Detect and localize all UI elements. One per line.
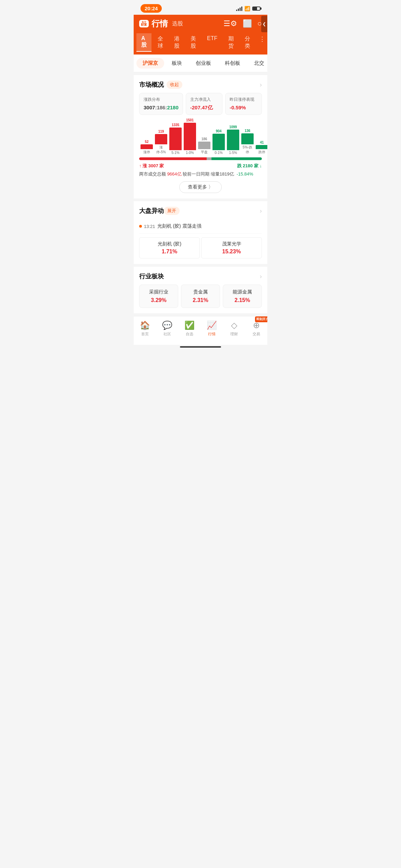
nav-community[interactable]: 💬 社区 [156,319,178,338]
market-overview-arrow[interactable]: › [260,81,262,88]
nav-trade[interactable]: 即刻开户 ⊕ 交易 [245,319,267,338]
board-time: 13:21 [144,224,155,229]
view-more-button[interactable]: 查看更多 〉 [179,181,222,193]
flow-card: 主力净流入 -207.47亿 [186,93,222,115]
board-dot [139,225,142,228]
subtab-chuangye[interactable]: 创业板 [190,58,217,69]
stock-pct-2: 15.23% [222,249,241,255]
big-board-header: 大盘异动 展开 › [139,207,262,215]
home-icon: 🏠 [140,321,150,330]
limit-up-card: 昨日涨停表现 -0.59% [225,93,262,115]
progress-flat [207,157,211,160]
flow-value: -207.47亿 [190,105,218,111]
industry-pct-2: 2.31% [193,297,208,303]
industry-section: 行业板块 › 采掘行业 3.29% 贵金属 2.31% 能源金属 2.15% [134,267,267,313]
header-subtitle: 选股 [172,20,183,27]
tab-a-stock[interactable]: A股 [136,33,151,52]
stock-item-1[interactable]: 光刻机 (胶) 1.71% [139,237,200,258]
nav-home-label: 首页 [141,331,149,337]
bar-limit-up: 52 涨停 [141,140,153,155]
wifi-icon: 📶 [244,6,250,11]
expand-badge[interactable]: 展开 [164,207,180,215]
market-summary: ↑ 涨 3007 家 跌 2180 家 ↓ [139,163,262,169]
subtab-hushen[interactable]: 沪深京 [136,58,164,69]
dist-flat-count: 186 [157,105,165,110]
industry-item-2[interactable]: 贵金属 2.31% [181,285,220,308]
stock-name-1: 光刻机 (胶) [158,241,181,247]
flow-label: 主力净流入 [190,97,218,103]
header: 东方 财富 行情 选股 ☰⚙ ⬜ ○ [134,15,267,33]
tab-category[interactable]: 分类 [240,33,255,52]
tab-hk-stock[interactable]: 港股 [169,33,184,52]
settings-icon[interactable]: ☰⚙ [223,19,237,28]
industry-pct-1: 3.29% [151,297,166,303]
industry-header: 行业板块 › [139,272,262,280]
battery-icon [252,7,260,11]
volume-label: 两市成交总额 [139,171,167,177]
side-tab[interactable]: ❮ [261,16,267,32]
share-icon[interactable]: ⬜ [243,19,252,28]
stock-name-2: 茂莱光学 [222,241,241,247]
distribution-value: 3007:186:2180 [144,105,179,110]
subtab-sector[interactable]: 板块 [166,58,188,69]
bar-chart: 52 涨停 119 涨停-5% 1335 5-1% 1501 1-0% 186 … [139,120,262,155]
big-board-header-left: 大盘异动 展开 [139,207,180,215]
bar-down5: 136 5%-跌停 [241,129,254,155]
bar-up1: 1335 5-1% [169,123,182,155]
industry-row: 采掘行业 3.29% 贵金属 2.31% 能源金属 2.15% [139,285,262,308]
nav-tab-more-icon[interactable]: ⋮ [256,33,267,52]
limit-up-label: 昨日涨停表现 [230,97,257,103]
distribution-label: 涨跌分布 [144,97,179,103]
tab-global[interactable]: 全球 [153,33,168,52]
stock-pct-1: 1.71% [162,249,177,255]
status-time: 20:24 [141,4,162,13]
nav-market-label: 行情 [208,331,216,337]
compare-label: 较前一日同期 缩量1819亿 [183,171,234,177]
logo: 东方 财富 [139,20,149,27]
board-item: 13:21 光刻机 (胶) 震荡走强 [139,219,262,234]
volume-row: 两市成交总额 9664亿 较前一日同期 缩量1819亿 -15.84% [139,171,262,177]
nav-watchlist[interactable]: ✅ 自选 [178,319,200,338]
nav-tabs: A股 全球 港股 美股 ETF 期货 分类 ⋮ [134,33,267,55]
volume-value: 9664亿 [167,171,182,177]
summary-up: ↑ 涨 3007 家 [139,163,164,169]
nav-finance[interactable]: ◇ 理财 [223,319,245,338]
market-overview-header-left: 市场概况 收起 [139,81,182,89]
subtab-north[interactable]: 北交 [248,58,267,69]
bar-down15: 1099 1-5% [227,125,239,155]
industry-item-3[interactable]: 能源金属 2.15% [223,285,262,308]
dist-down-count: 2180 [167,105,178,110]
subtab-kechuang[interactable]: 科创板 [219,58,246,69]
big-board-title: 大盘异动 [139,207,164,215]
market-overview-header: 市场概况 收起 › [139,81,262,89]
industry-item-1[interactable]: 采掘行业 3.29% [139,285,178,308]
bar-down01: 904 0-1% [212,129,225,155]
finance-icon: ◇ [231,321,237,330]
stock-item-2[interactable]: 茂莱光学 15.23% [201,237,262,258]
collapse-badge[interactable]: 收起 [167,81,182,89]
nav-market[interactable]: 📈 行情 [200,319,223,338]
community-icon: 💬 [162,321,172,330]
industry-name-2: 贵金属 [193,289,208,295]
dist-up-count: 3007 [144,105,155,110]
industry-arrow[interactable]: › [260,273,262,280]
view-more-container: 查看更多 〉 [139,181,262,193]
bottom-nav: 🏠 首页 💬 社区 ✅ 自选 📈 行情 ◇ 理财 即刻开户 ⊕ 交易 [134,316,267,345]
home-indicator [180,346,221,348]
big-board-arrow[interactable]: › [260,207,262,215]
tab-etf[interactable]: ETF [202,33,222,52]
status-icons: 📶 [236,6,260,11]
industry-pct-3: 2.15% [234,297,250,303]
tab-futures[interactable]: 期货 [223,33,239,52]
bar-flat: 186 平盘 [198,137,210,155]
progress-up [139,157,207,160]
industry-name-1: 采掘行业 [149,289,168,295]
big-board-section: 大盘异动 展开 › 13:21 光刻机 (胶) 震荡走强 光刻机 (胶) 1.7… [134,201,267,264]
nav-home[interactable]: 🏠 首页 [134,319,156,338]
tab-us-stock[interactable]: 美股 [186,33,201,52]
header-left: 东方 财富 行情 选股 [139,18,183,29]
sub-tabs: 沪深京 板块 创业板 科创板 北交 [134,55,267,72]
summary-down: 跌 2180 家 ↓ [237,163,262,169]
header-title: 行情 [151,18,168,29]
header-icons: ☰⚙ ⬜ ○ [223,19,262,28]
